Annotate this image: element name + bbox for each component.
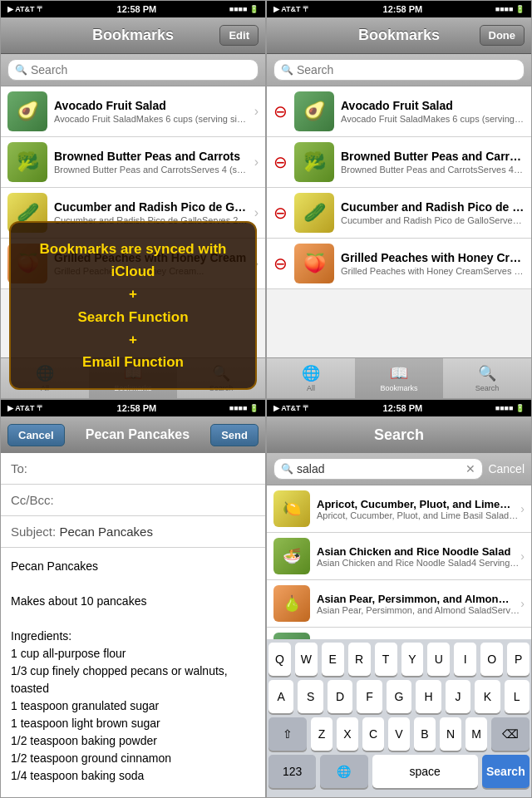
list-item[interactable]: ⊖ 🥑 Avocado Fruit Salad Avocado Fruit Sa…: [267, 86, 531, 137]
tab-all-2[interactable]: 🌐 All: [267, 358, 355, 398]
chevron-icon: ›: [254, 104, 259, 119]
item-title: Grilled Peaches with Honey Cream: [341, 251, 525, 264]
key-j[interactable]: J: [446, 680, 470, 713]
item-thumb: 🍑: [294, 244, 334, 283]
key-q[interactable]: Q: [268, 643, 291, 676]
carrier-3: ▶ AT&T 〒: [7, 403, 44, 414]
subject-label: Subject:: [11, 525, 56, 539]
key-f[interactable]: F: [357, 680, 382, 713]
globe-key[interactable]: 🌐: [320, 755, 367, 788]
time-2: 12:58 PM: [383, 4, 423, 14]
key-w[interactable]: W: [295, 643, 318, 676]
result-desc: Apricot, Cucumber, Pluot, and Lime Basil…: [317, 510, 520, 520]
space-key[interactable]: space: [372, 755, 478, 788]
key-e[interactable]: E: [322, 643, 344, 676]
key-v[interactable]: V: [388, 717, 410, 751]
key-h[interactable]: H: [416, 680, 441, 713]
search-active-bar: 🔍 ✕ Cancel: [267, 453, 531, 485]
key-c[interactable]: C: [362, 717, 384, 751]
search-cancel-button[interactable]: Cancel: [488, 462, 525, 475]
key-y[interactable]: Y: [401, 643, 424, 676]
result-item[interactable]: 🍋 Apricot, Cucumber, Pluot, and Lime… Ap…: [267, 485, 531, 533]
key-m[interactable]: M: [466, 717, 487, 751]
key-b[interactable]: B: [414, 717, 436, 751]
key-p[interactable]: P: [507, 643, 530, 676]
list-item[interactable]: 🥦 Browned Butter Peas and Carrots Browne…: [1, 137, 265, 188]
item-desc: Avocado Fruit SaladMakes 6 cups (serving…: [54, 114, 249, 124]
key-u[interactable]: U: [427, 643, 450, 676]
key-i[interactable]: I: [454, 643, 476, 676]
chevron-icon: ›: [254, 155, 259, 170]
tab-bar-2: 🌐 All 📖 Bookmarks 🔍 Search: [267, 357, 531, 398]
clear-search-button[interactable]: ✕: [466, 462, 475, 475]
list-item[interactable]: ⊖ 🍑 Grilled Peaches with Honey Cream Gri…: [267, 239, 531, 289]
key-o[interactable]: O: [480, 643, 503, 676]
edit-button[interactable]: Edit: [219, 25, 259, 46]
key-x[interactable]: X: [337, 717, 358, 751]
battery-3: ■■■■ 🔋: [229, 404, 259, 412]
list-item[interactable]: ⊖ 🥒 Cucumber and Radish Pico de Gallo Cu…: [267, 188, 531, 239]
email-cancel-button[interactable]: Cancel: [7, 424, 65, 446]
result-text: Apricot, Cucumber, Pluot, and Lime… Apri…: [317, 498, 520, 520]
item-text: Grilled Peaches with Honey Cream Grilled…: [341, 251, 525, 276]
search-key[interactable]: Search: [482, 755, 530, 788]
item-text: Cucumber and Radish Pico de Gallo Cucumb…: [341, 200, 525, 225]
result-desc: Asian Pear, Persimmon, and Almond SaladS…: [317, 605, 520, 615]
shift-key[interactable]: ⇧: [268, 717, 307, 751]
result-text: Asian Pear, Persimmon, and Almon… Asian …: [317, 593, 520, 615]
status-bar-4: ▶ AT&T 〒 12:58 PM ■■■■ 🔋: [267, 400, 531, 416]
key-r[interactable]: R: [348, 643, 371, 676]
time-1: 12:58 PM: [117, 4, 157, 14]
key-l[interactable]: L: [505, 680, 530, 713]
tab-bookmarks-2[interactable]: 📖 Bookmarks: [355, 358, 443, 398]
email-subject-field[interactable]: Subject: Pecan Pancakes: [1, 516, 265, 548]
email-subject-title: Pecan Pancakes: [71, 427, 204, 442]
promo-banner: Bookmarks are synced with iCloud + Searc…: [9, 221, 257, 390]
search-bar-1: 🔍: [1, 54, 265, 86]
tab-search-2[interactable]: 🔍 Search: [443, 358, 531, 398]
list-item[interactable]: 🥑 Avocado Fruit Salad Avocado Fruit Sala…: [1, 86, 265, 137]
delete-icon[interactable]: ⊖: [273, 254, 288, 273]
item-title: Cucumber and Radish Pico de Gallo: [341, 200, 525, 214]
item-title: Browned Butter Peas and Carrots: [54, 150, 249, 163]
key-k[interactable]: K: [475, 680, 500, 713]
result-thumb: 🍐: [273, 585, 310, 622]
status-bar-2: ▶ AT&T 〒 12:58 PM ■■■■ 🔋: [267, 1, 531, 17]
key-s[interactable]: S: [298, 680, 323, 713]
done-button[interactable]: Done: [480, 25, 525, 46]
result-item[interactable]: 🍐 Asian Pear, Persimmon, and Almon… Asia…: [267, 580, 531, 628]
key-d[interactable]: D: [328, 680, 352, 713]
email-ccbcc-field[interactable]: Cc/Bcc:: [1, 485, 265, 516]
panel-email: ▶ AT&T 〒 12:58 PM ■■■■ 🔋 Cancel Pecan Pa…: [0, 399, 266, 798]
email-body[interactable]: Pecan Pancakes Makes about 10 pancakes I…: [1, 548, 265, 789]
key-a[interactable]: A: [268, 680, 293, 713]
key-n[interactable]: N: [440, 717, 461, 751]
delete-icon[interactable]: ⊖: [273, 152, 288, 172]
panel-search: ▶ AT&T 〒 12:58 PM ■■■■ 🔋 Search 🔍 ✕ Canc…: [266, 399, 532, 798]
key-g[interactable]: G: [387, 680, 411, 713]
search-panel-title: Search: [374, 426, 424, 444]
search-field-input[interactable]: [297, 462, 462, 475]
banner-text: Bookmarks are synced with iCloud + Searc…: [24, 238, 242, 373]
numbers-key[interactable]: 123: [268, 755, 316, 788]
key-z[interactable]: Z: [311, 717, 332, 751]
search-input-1[interactable]: [31, 63, 251, 76]
email-send-button[interactable]: Send: [210, 424, 259, 446]
keyboard-row-2: A S D F G H J K L: [268, 680, 530, 713]
result-title: Asian Pear, Persimmon, and Almon…: [317, 593, 520, 605]
chevron-icon: ›: [254, 205, 259, 220]
search-field-wrap: 🔍 ✕: [273, 458, 483, 480]
delete-icon[interactable]: ⊖: [273, 101, 288, 121]
result-item[interactable]: 🍜 Asian Chicken and Rice Noodle Salad As…: [267, 533, 531, 580]
item-thumb: 🥑: [294, 91, 334, 131]
item-thumb: 🥒: [294, 193, 334, 233]
book-icon-2: 📖: [390, 364, 408, 382]
email-to-field[interactable]: To:: [1, 453, 265, 485]
delete-key[interactable]: ⌫: [491, 717, 530, 751]
search-input-2[interactable]: [297, 63, 517, 76]
result-title: Apricot, Cucumber, Pluot, and Lime…: [317, 498, 520, 510]
carrier-4: ▶ AT&T 〒: [273, 403, 310, 414]
delete-icon[interactable]: ⊖: [273, 203, 288, 223]
list-item[interactable]: ⊖ 🥦 Browned Butter Peas and Carrots Brow…: [267, 137, 531, 188]
key-t[interactable]: T: [375, 643, 397, 676]
